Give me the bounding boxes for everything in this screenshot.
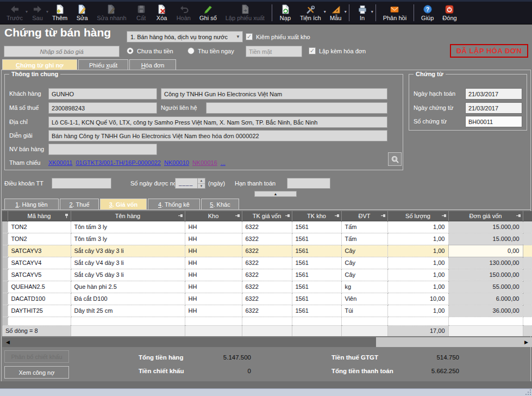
row-indicator[interactable] bbox=[2, 221, 8, 233]
print-dropdown-caret-icon[interactable]: ▾ bbox=[371, 9, 373, 14]
template-button[interactable]: Mẫu ▾ bbox=[326, 2, 346, 24]
quote-number-input[interactable] bbox=[4, 46, 120, 57]
collect-now-radio[interactable] bbox=[187, 47, 195, 54]
row-indicator[interactable] bbox=[2, 305, 8, 317]
posting-date-input[interactable]: 21/03/2017 bbox=[465, 88, 522, 100]
reload-button[interactable]: Nạp bbox=[275, 2, 296, 24]
reference-link[interactable]: XK00011 bbox=[48, 159, 72, 166]
reference-link-more[interactable]: ... bbox=[221, 159, 226, 166]
payment-terms-input[interactable] bbox=[52, 178, 111, 189]
tab-hang-tien[interactable]: 1. Hàng tiền bbox=[4, 199, 59, 209]
cell-tk-gia-von[interactable]: 6322 bbox=[242, 281, 292, 293]
close-button[interactable]: Đóng bbox=[438, 2, 461, 24]
document-date-input[interactable]: 21/03/2017 bbox=[465, 102, 522, 114]
table-row[interactable]: SATCAYV4 Sắt cây V4 dày 3 li HH 6322 156… bbox=[2, 257, 532, 269]
row-indicator[interactable] bbox=[2, 245, 8, 257]
header-tk-kho[interactable]: TK kho bbox=[292, 211, 341, 221]
table-row[interactable]: SATCAYV5 Sắt cây V5 dày 3 li HH 6322 156… bbox=[2, 269, 532, 281]
description-input[interactable] bbox=[48, 130, 387, 141]
cell-ten-hang[interactable]: Đá cắt D100 bbox=[71, 293, 185, 305]
back-button[interactable]: Trước ▾ bbox=[2, 2, 27, 24]
template-dropdown-caret-icon[interactable]: ▾ bbox=[345, 9, 347, 14]
row-indicator[interactable] bbox=[2, 281, 8, 293]
view-debt-button[interactable]: Xem công nợ bbox=[4, 366, 69, 379]
table-row[interactable]: DACATD100 Đá cắt D100 HH 6322 1561 Viên … bbox=[2, 293, 532, 305]
add-button[interactable]: Thêm bbox=[48, 2, 72, 24]
cell-dvt[interactable]: Cây bbox=[341, 269, 387, 281]
scroll-right-icon[interactable]: ▶ bbox=[522, 337, 531, 347]
not-collected-radio[interactable] bbox=[127, 47, 134, 54]
pin-icon[interactable] bbox=[285, 213, 290, 218]
stepper-down-icon[interactable]: ▼ bbox=[198, 184, 205, 189]
header-ten-hang[interactable]: Tên hàng bbox=[71, 211, 185, 221]
reference-link[interactable]: NK00016 bbox=[192, 159, 217, 166]
due-date-input[interactable] bbox=[287, 178, 330, 189]
pin-icon[interactable] bbox=[516, 213, 521, 218]
cell-tk-kho[interactable]: 1561 bbox=[292, 221, 341, 233]
cell-don-gia-von[interactable]: 150.000,00 bbox=[448, 269, 523, 281]
cell-tk-kho[interactable]: 1561 bbox=[292, 293, 341, 305]
contact-person-input[interactable] bbox=[206, 102, 387, 114]
cell-so-luong[interactable]: 1,00 bbox=[387, 257, 448, 269]
customer-code-input[interactable] bbox=[48, 88, 157, 100]
quick-edit-button[interactable]: Sửa nhanh bbox=[92, 2, 130, 24]
cell-tk-kho[interactable]: 1561 bbox=[292, 305, 341, 317]
cell-tk-kho[interactable]: 1561 bbox=[292, 233, 341, 245]
cell-dvt[interactable]: Túi bbox=[341, 305, 387, 317]
pin-icon[interactable] bbox=[235, 213, 240, 218]
cell-ten-hang[interactable]: Sắt cây V4 dày 3 li bbox=[71, 257, 185, 269]
header-so-luong[interactable]: Số lượng bbox=[387, 211, 448, 221]
warehouse-slip-checkbox[interactable]: ✓ bbox=[246, 33, 253, 40]
tab-thue[interactable]: 2. Thuế bbox=[60, 199, 99, 209]
edit-button[interactable]: Sửa bbox=[72, 2, 92, 24]
table-row-selected[interactable]: SATCAYV3 Sắt cây V3 dày 3 li HH 6322 156… bbox=[2, 245, 532, 257]
cell-tk-kho[interactable]: 1561 bbox=[292, 281, 341, 293]
pin-icon[interactable] bbox=[380, 213, 386, 218]
cell-so-luong[interactable]: 1,00 bbox=[387, 269, 448, 281]
cell-ma-hang[interactable]: DACATD100 bbox=[8, 293, 71, 305]
doc-type-select[interactable]: 1. Bán hàng hóa, dịch vụ trong nước ▼ bbox=[127, 31, 243, 42]
cell-so-luong[interactable]: 1,00 bbox=[387, 281, 448, 293]
pin-icon[interactable] bbox=[441, 213, 447, 218]
cell-kho[interactable]: HH bbox=[185, 245, 242, 257]
tab-phieu-xuat[interactable]: Phiếu xuất bbox=[78, 59, 128, 70]
stepper-up-icon[interactable]: ▲ bbox=[198, 178, 205, 184]
cell-don-gia-von[interactable]: 15.000,00 bbox=[448, 233, 523, 245]
cell-kho[interactable]: HH bbox=[185, 233, 242, 245]
cell-so-luong[interactable]: 1,00 bbox=[387, 233, 448, 245]
cell-don-gia-von[interactable]: 0,00 bbox=[448, 245, 523, 257]
cell-so-luong[interactable]: 1,00 bbox=[387, 245, 448, 257]
cell-tk-kho[interactable]: 1561 bbox=[292, 245, 341, 257]
cell-tk-gia-von[interactable]: 6322 bbox=[242, 233, 292, 245]
cell-kho[interactable]: HH bbox=[185, 221, 242, 233]
cell-ten-hang[interactable]: Dây thít 25 cm bbox=[71, 305, 185, 317]
payment-method-input[interactable] bbox=[246, 46, 302, 57]
reference-link[interactable]: NK00010 bbox=[164, 159, 189, 166]
cell-ten-hang[interactable]: Tôn tấm 3 ly bbox=[71, 233, 185, 245]
pin-icon[interactable] bbox=[64, 213, 69, 219]
credit-days-stepper[interactable]: ____ ▲ ▼ bbox=[175, 178, 205, 189]
cell-kho[interactable]: HH bbox=[185, 281, 242, 293]
with-invoice-checkbox[interactable]: ✓ bbox=[309, 47, 316, 54]
cell-dvt[interactable]: Viên bbox=[341, 293, 387, 305]
cell-ten-hang[interactable]: Que hàn phi 2.5 bbox=[71, 281, 185, 293]
cell-kho[interactable]: HH bbox=[185, 257, 242, 269]
cell-tk-gia-von[interactable]: 6322 bbox=[242, 305, 292, 317]
undo-button[interactable]: Hoàn bbox=[172, 2, 195, 24]
tab-chung-tu-ghi-no[interactable]: Chứng từ ghi nợ bbox=[2, 59, 77, 70]
horizontal-scrollbar[interactable]: ◀ ▶ bbox=[2, 337, 532, 347]
cell-don-gia-von[interactable]: 130.000,00 bbox=[448, 257, 523, 269]
reference-link[interactable]: 01GTKT3/001-TH/16P-0000022 bbox=[76, 159, 161, 166]
cell-ma-hang[interactable]: SATCAYV3 bbox=[8, 245, 71, 257]
delete-button[interactable]: Xóa bbox=[152, 2, 172, 24]
table-row[interactable]: DAYTHIT25 Dây thít 25 cm HH 6322 1561 Tú… bbox=[2, 305, 532, 317]
tax-code-input[interactable] bbox=[48, 102, 157, 114]
forward-button[interactable]: Sau ▾ bbox=[27, 2, 48, 24]
row-indicator[interactable] bbox=[2, 257, 8, 269]
cell-tk-gia-von[interactable]: 6322 bbox=[242, 269, 292, 281]
cell-tk-kho[interactable]: 1561 bbox=[292, 269, 341, 281]
header-tk-gia-von[interactable]: TK giá vốn bbox=[242, 211, 292, 221]
cell-ten-hang[interactable]: Sắt cây V3 dày 3 li bbox=[71, 245, 185, 257]
table-empty-row[interactable] bbox=[2, 317, 532, 325]
utilities-button[interactable]: Tiện ích ▾ bbox=[296, 2, 326, 24]
